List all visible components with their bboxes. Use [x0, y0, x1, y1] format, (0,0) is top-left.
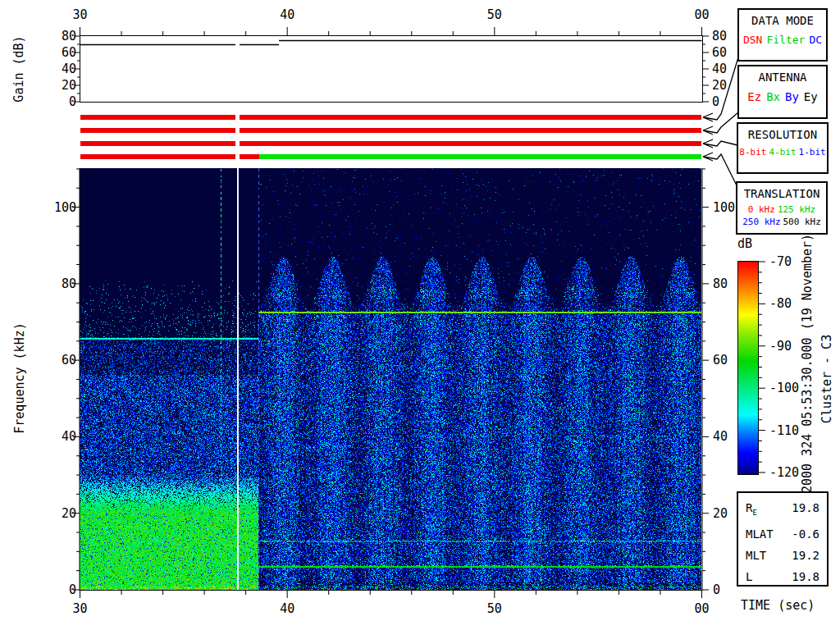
- gain-tick-label-right: 20: [712, 79, 727, 92]
- data-mode-bar-segment: [80, 115, 236, 120]
- data-mode-option-filter: Filter: [766, 34, 805, 46]
- translation-row: 0 kHz125 kHz: [737, 204, 826, 215]
- time-tick-label-top: 30: [72, 8, 87, 21]
- gain-tick-label-left: 40: [27, 62, 76, 75]
- time-tick-label-bottom: 00: [694, 602, 709, 615]
- ephemeris-value: 19.8: [792, 497, 819, 523]
- freq-tick-label-left: 20: [27, 507, 76, 520]
- ephemeris-label: RE: [746, 497, 757, 523]
- ephemeris-row-re: RE19.8: [738, 497, 827, 523]
- freq-tick-label-left: 100: [27, 201, 76, 214]
- antenna-bar-segment: [240, 128, 701, 133]
- freq-tick-label-left: 0: [27, 583, 76, 596]
- antenna-title: ANTENNA: [739, 71, 826, 84]
- callout-translation: [703, 153, 737, 185]
- ephemeris-row-l: L19.8: [738, 566, 827, 587]
- antenna-option-by: By: [785, 90, 799, 103]
- ephemeris-row-mlat: MLAT-0.6: [738, 523, 827, 545]
- colorbar-unit-label: dB: [737, 236, 752, 251]
- translation-bar-segment: [80, 154, 236, 159]
- ephemeris-panel: RE19.8MLAT-0.6MLT19.2L19.8: [737, 491, 829, 587]
- translation-row: 250 kHz500 kHz: [737, 217, 826, 227]
- ephemeris-label: MLAT: [746, 523, 774, 545]
- antenna-option-ey: Ey: [804, 90, 818, 103]
- callout-antenna: [703, 112, 738, 135]
- data-mode-option-dsn: DSN: [743, 34, 762, 46]
- freq-tick-label-right: 0: [713, 583, 720, 596]
- resolution-option-1-bit: 1-bit: [799, 147, 826, 158]
- gain-tick-label-right: 60: [712, 46, 727, 59]
- spectrogram-canvas: [80, 168, 701, 590]
- freq-tick-label-right: 80: [713, 277, 728, 290]
- colorbar-tick-label: -80: [769, 297, 792, 310]
- translation-options: 0 kHz125 kHz250 kHz500 kHz: [737, 203, 826, 227]
- ephemeris-value: 19.8: [792, 566, 819, 587]
- gain-tick-label-left: 20: [27, 79, 76, 92]
- translation-title: TRANSLATION: [737, 187, 826, 200]
- translation-panel: TRANSLATION 0 kHz125 kHz250 kHz500 kHz: [736, 181, 828, 235]
- colorbar: [737, 261, 759, 475]
- ephemeris-value: -0.6: [792, 523, 819, 545]
- data-mode-options: DSNFilterDC: [739, 34, 826, 46]
- ephemeris-value: 19.2: [792, 545, 819, 566]
- freq-tick-label-right: 20: [713, 507, 728, 520]
- freq-tick-label-left: 60: [27, 354, 76, 367]
- data-mode-title: DATA MODE: [739, 14, 826, 27]
- translation-option-500-khz: 500 kHz: [783, 217, 821, 227]
- gain-tick-label-left: 60: [27, 46, 76, 59]
- resolution-title: RESOLUTION: [738, 128, 827, 141]
- gain-tick-label-right: 80: [712, 30, 727, 43]
- time-tick-label-top: 50: [487, 8, 502, 21]
- frequency-axis-label: Frequency (kHz): [12, 322, 27, 433]
- freq-tick-label-left: 40: [27, 430, 76, 443]
- antenna-option-ez: Ez: [747, 90, 761, 103]
- gain-tick-label-right: 0: [712, 95, 719, 108]
- gain-tick-label-right: 40: [712, 62, 727, 75]
- datetime-annotation: 2000 324 05:53:30.000 (19 November): [800, 234, 815, 493]
- colorbar-tick-label: -90: [769, 340, 792, 353]
- data-mode-panel: DATA MODE DSNFilterDC: [737, 8, 828, 62]
- gain-tick-label-left: 0: [27, 95, 76, 108]
- ephemeris-label: MLT: [746, 545, 766, 566]
- antenna-option-bx: Bx: [766, 90, 780, 103]
- colorbar-gradient: [738, 262, 758, 474]
- callout-lines: [703, 57, 738, 185]
- time-tick-label-bottom: 30: [72, 602, 87, 615]
- colorbar-tick-label: -100: [769, 381, 799, 395]
- colorbar-tick-label: -120: [769, 466, 799, 479]
- ephemeris-row-mlt: MLT19.2: [738, 545, 827, 566]
- colorbar-tick-label: -110: [769, 424, 799, 437]
- translation-bar-segment: [240, 154, 258, 159]
- gain-tick-label-left: 80: [27, 30, 76, 43]
- data-mode-option-dc: DC: [809, 34, 822, 46]
- spacecraft-annotation: Cluster - C3: [819, 335, 834, 423]
- spectrogram-plot-area: [80, 168, 701, 590]
- freq-tick-label-left: 80: [27, 277, 76, 290]
- gain-plot-area: [80, 35, 703, 103]
- gain-axis-label: Gain (dB): [11, 35, 26, 102]
- translation-option-125-khz: 125 kHz: [778, 204, 815, 215]
- freq-tick-label-right: 60: [713, 354, 728, 367]
- time-tick-label-top: 40: [280, 8, 294, 21]
- antenna-panel: ANTENNA EzBxByEy: [737, 65, 828, 119]
- time-tick-label-bottom: 50: [487, 602, 502, 615]
- freq-tick-label-right: 100: [713, 201, 735, 214]
- resolution-panel: RESOLUTION 8-bit4-bit1-bit: [737, 122, 829, 174]
- translation-option-250-khz: 250 kHz: [742, 217, 780, 227]
- ephemeris-label: L: [746, 566, 752, 587]
- translation-bar-segment: [259, 154, 702, 159]
- freq-tick-label-right: 40: [713, 430, 728, 443]
- resolution-bar-segment: [240, 141, 701, 146]
- data-mode-bar-segment: [240, 115, 701, 120]
- resolution-options: 8-bit4-bit1-bit: [738, 147, 827, 158]
- wbd-spectrogram-display: Gain (dB) Frequency (kHz) DATA MODE DSNF…: [0, 0, 840, 630]
- translation-option-0-khz: 0 kHz: [748, 204, 775, 215]
- colorbar-tick-label: -70: [769, 255, 792, 268]
- callout-resolution: [703, 139, 737, 148]
- resolution-option-4-bit: 4-bit: [769, 147, 796, 158]
- antenna-bar-segment: [80, 128, 236, 133]
- resolution-bar-segment: [80, 141, 236, 146]
- antenna-options: EzBxByEy: [739, 90, 826, 103]
- resolution-option-8-bit: 8-bit: [739, 147, 766, 158]
- time-axis-label: TIME (sec): [741, 598, 815, 613]
